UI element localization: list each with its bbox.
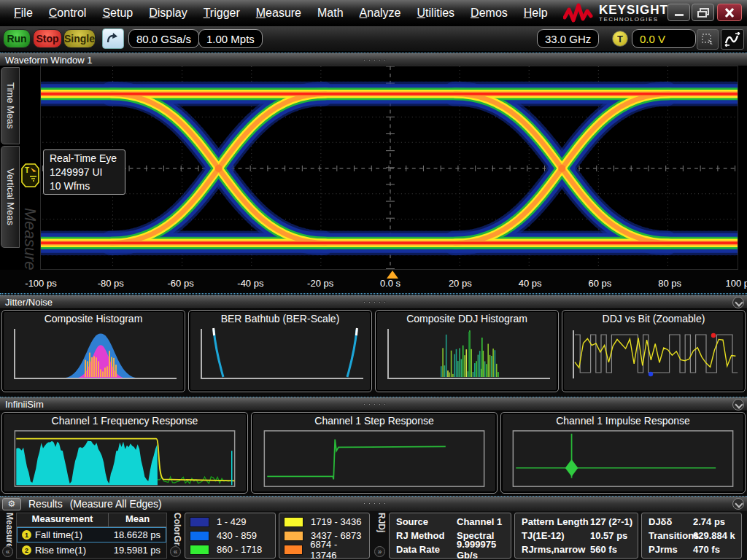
memory-depth-field[interactable]: 1.00 Mpts — [198, 29, 263, 48]
menu-item-control[interactable]: Control — [41, 4, 95, 23]
trigger-mode-button[interactable] — [721, 29, 744, 50]
panel-ddj-vs-bit[interactable]: DDJ vs Bit (Zoomable) — [562, 310, 746, 392]
minimize-button[interactable] — [667, 4, 690, 21]
jitter-noise-panels: Composite Histogram BER Bathtub (BER-Sca… — [0, 309, 747, 396]
info-row: TJ(1E-12)10.57 ps — [515, 529, 638, 542]
info-label: Data Rate — [390, 544, 440, 555]
results-body: Measure « Measurement Mean 1Fall time(1)… — [0, 511, 747, 560]
axis-tick-label: 0.0 s — [367, 278, 414, 289]
tab-time-meas[interactable]: Time Meas — [1, 67, 20, 144]
step-response-thumbnail — [254, 427, 495, 492]
legend-range: 1 - 429 — [217, 516, 246, 527]
panel-step-response[interactable]: Channel 1 Step Response — [251, 412, 498, 494]
measurement-badge: 2 — [22, 545, 31, 555]
panel-composite-histogram[interactable]: Composite Histogram — [1, 310, 185, 392]
menu-bar: FileControlSetupDisplayTriggerMeasureMat… — [0, 0, 747, 26]
panel-ber-bathtub[interactable]: BER Bathtub (BER-Scale) — [188, 310, 372, 392]
sample-rate-field[interactable]: 80.0 GSa/s — [128, 29, 199, 48]
infiniisim-title: InfiniiSim — [5, 399, 44, 410]
waveform-arrows-icon — [724, 32, 741, 47]
run-button[interactable]: Run — [3, 29, 31, 48]
axis-tick-label: -20 ps — [297, 278, 344, 289]
panel-composite-ddj-histogram[interactable]: Composite DDJ Histogram — [375, 310, 559, 392]
info-value: 470 fs — [693, 544, 720, 555]
trigger-level-field[interactable]: 0.0 V — [632, 29, 696, 48]
menu-item-file[interactable]: File — [6, 4, 41, 23]
ddj-vs-bit-thumbnail — [565, 324, 743, 389]
jitter-noise-header[interactable]: Jitter/Noise — [0, 295, 747, 309]
menu-item-display[interactable]: Display — [141, 4, 195, 23]
main-menu: FileControlSetupDisplayTriggerMeasureMat… — [0, 4, 556, 23]
axis-tick-label: -60 ps — [158, 278, 204, 289]
channel-trigger-level-icon[interactable]: T — [21, 163, 39, 187]
splitter-grip[interactable] — [363, 403, 386, 405]
panel-impulse-response[interactable]: Channel 1 Impulse Response — [500, 412, 746, 494]
menu-item-utilities[interactable]: Utilities — [409, 4, 463, 23]
waveform-window-header[interactable]: Waveform Window 1 — [0, 52, 747, 67]
legend-swatch — [284, 531, 303, 541]
axis-tick-label: 60 ps — [576, 278, 623, 289]
menu-item-help[interactable]: Help — [516, 4, 556, 23]
gear-icon[interactable]: ⚙ — [2, 498, 21, 510]
collapse-section-chevron[interactable] — [732, 399, 744, 411]
splitter-grip[interactable] — [363, 59, 386, 61]
legend-range: 430 - 859 — [217, 530, 257, 541]
panel-frequency-response[interactable]: Channel 1 Frequency Response — [1, 412, 248, 494]
splitter-grip[interactable] — [363, 502, 386, 505]
colorgrade-legend-high: 1719 - 34363437 - 68736874 - 13746 — [279, 513, 370, 559]
collapse-colorgrade-chevron[interactable]: « — [170, 546, 181, 557]
rjdj-dj-box: DJδδ2.74 psTransitions629.884 kPJrms470 … — [641, 513, 742, 559]
expand-rjdj-chevron[interactable]: » — [374, 546, 385, 557]
jitter-noise-title: Jitter/Noise — [5, 297, 53, 308]
results-subtitle: (Measure All Edges) — [70, 498, 162, 510]
table-row[interactable]: 1Fall time(1)18.6628 ps — [17, 527, 166, 542]
results-header[interactable]: ⚙ Results (Measure All Edges) — [0, 496, 747, 511]
ddj-histogram-thumbnail — [378, 324, 556, 389]
menu-item-analyze[interactable]: Analyze — [352, 4, 409, 23]
menu-item-demos[interactable]: Demos — [462, 4, 516, 23]
single-button[interactable]: Single — [63, 29, 96, 48]
rjdj-tab-label[interactable]: RJDj — [374, 513, 387, 546]
legend-swatch — [190, 531, 209, 541]
real-time-eye-diagram — [41, 66, 738, 269]
bandwidth-field[interactable]: 33.0 GHz — [537, 29, 599, 48]
info-label: Source — [390, 516, 428, 527]
splitter-grip[interactable] — [363, 301, 386, 303]
infiniisim-header[interactable]: InfiniiSim — [0, 397, 747, 411]
menu-item-math[interactable]: Math — [309, 4, 352, 23]
menu-item-setup[interactable]: Setup — [94, 4, 141, 23]
eye-diagram-plot[interactable]: Real-Time Eye 1249997 UI 10 Wfms — [40, 66, 738, 270]
close-button[interactable] — [717, 4, 742, 21]
legend-entry: 1 - 429 — [190, 516, 271, 528]
restore-button[interactable] — [692, 4, 714, 21]
trigger-source-badge[interactable]: T — [612, 31, 628, 47]
impulse-response-thumbnail — [503, 427, 743, 492]
stop-button[interactable]: Stop — [33, 29, 62, 48]
keysight-logo: KEYSIGHT TECHNOLOGIES — [563, 3, 668, 23]
table-header: Measurement Mean — [17, 513, 166, 527]
ber-bathtub-thumbnail — [191, 324, 369, 389]
info-row: Pattern Length127 (2⁷-1) — [515, 515, 638, 529]
svg-text:T: T — [25, 166, 29, 174]
zoom-select-button[interactable] — [697, 29, 719, 50]
colorgrade-tab-label[interactable]: ColorGrade — [169, 513, 182, 546]
info-row: SourceChannel 1 — [390, 515, 511, 529]
measure-tab-label[interactable]: Measure — [1, 513, 15, 546]
axis-tick-label: -80 ps — [88, 278, 134, 289]
menu-item-trigger[interactable]: Trigger — [196, 4, 248, 23]
info-value: 2.74 ps — [693, 516, 725, 527]
measurement-results-table[interactable]: Measurement Mean 1Fall time(1)18.6628 ps… — [16, 513, 167, 559]
overlay-mode: Real-Time Eye — [50, 152, 119, 166]
collapse-section-chevron[interactable] — [732, 297, 744, 308]
legend-range: 6874 - 13746 — [310, 539, 365, 560]
table-row[interactable]: 2Rise time(1)19.5981 ps — [17, 542, 166, 558]
info-label: PJrms — [642, 544, 678, 555]
collapse-measure-chevron[interactable]: « — [2, 546, 13, 557]
scope-application: FileControlSetupDisplayTriggerMeasureMat… — [0, 0, 747, 560]
legend-entry: 430 - 859 — [190, 529, 271, 542]
clear-display-button[interactable] — [102, 28, 124, 49]
info-row: Data Rate9.999975 Gb/s — [390, 542, 511, 556]
collapse-section-chevron[interactable] — [732, 498, 744, 510]
menu-item-measure[interactable]: Measure — [248, 4, 309, 23]
axis-tick-label: -40 ps — [227, 278, 274, 289]
